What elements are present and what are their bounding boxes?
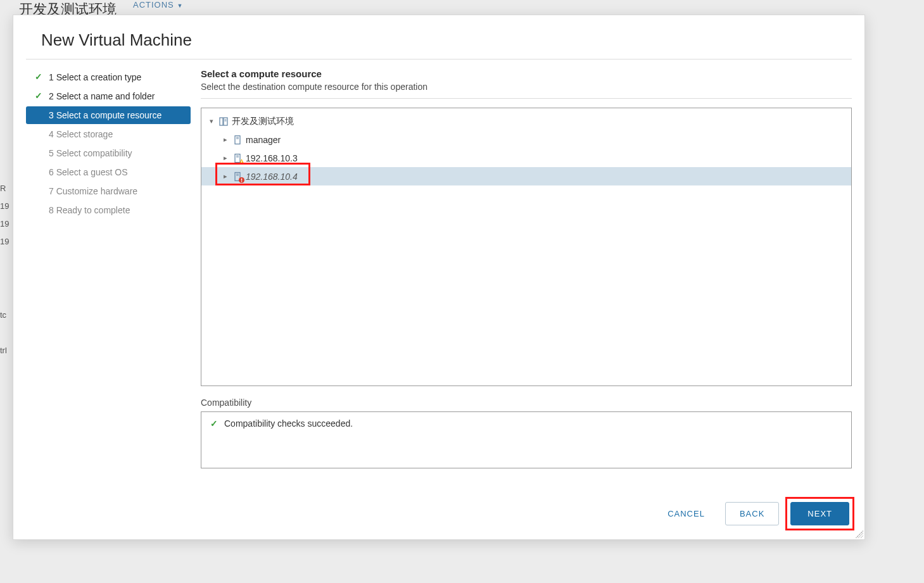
compute-resource-tree[interactable]: ▾ 开发及测试环境 ▸ manager ▸ (201, 108, 852, 386)
tree-item-label: 192.168.10.4 (246, 172, 298, 182)
svg-rect-4 (235, 135, 240, 144)
compatibility-result: ✓ Compatibility checks succeeded. (210, 418, 842, 429)
compatibility-message: Compatibility checks succeeded. (224, 418, 353, 429)
chevron-down-icon[interactable]: ▾ (206, 117, 217, 125)
step-4-storage: 4 Select storage (26, 125, 191, 143)
tree-item-label: 192.168.10.3 (246, 153, 298, 163)
wizard-steps-list: 1 Select a creation type 2 Select a name… (26, 60, 191, 491)
step-6-guest-os: 6 Select a guest OS (26, 163, 191, 181)
divider (201, 98, 852, 99)
svg-rect-18 (241, 181, 242, 182)
svg-rect-11 (241, 160, 242, 162)
compatibility-label: Compatibility (201, 398, 852, 408)
chevron-right-icon[interactable]: ▸ (220, 154, 231, 162)
tree-item-label: manager (246, 135, 281, 145)
back-button[interactable]: BACK (725, 502, 779, 525)
bg-actions-menu[interactable]: ACTIONS ▼ (133, 0, 183, 9)
content-subheading: Select the destination compute resource … (201, 82, 852, 92)
new-vm-wizard-dialog: New Virtual Machine 1 Select a creation … (13, 15, 865, 540)
tree-host-10-4[interactable]: ▸ 192.168.10.4 (201, 167, 851, 185)
host-icon (232, 134, 243, 146)
chevron-right-icon[interactable]: ▸ (220, 135, 231, 144)
chevron-right-icon[interactable]: ▸ (220, 172, 231, 180)
bg-side-strip: R 19 19 19 tc trl (0, 184, 11, 363)
step-8-ready: 8 Ready to complete (26, 201, 191, 219)
content-heading: Select a compute resource (201, 68, 852, 79)
datacenter-icon (218, 116, 229, 127)
svg-rect-17 (241, 178, 242, 180)
step-7-customize-hardware: 7 Customize hardware (26, 182, 191, 200)
step-5-compatibility: 5 Select compatibility (26, 144, 191, 162)
host-error-icon (232, 171, 243, 182)
dialog-title: New Virtual Machine (26, 15, 852, 60)
step-1-creation-type[interactable]: 1 Select a creation type (26, 68, 191, 86)
step-2-name-folder[interactable]: 2 Select a name and folder (26, 87, 191, 105)
tree-datacenter[interactable]: ▾ 开发及测试环境 (201, 112, 851, 130)
tree-host-10-3[interactable]: ▸ 192.168.10.3 (201, 149, 851, 167)
compatibility-box: ✓ Compatibility checks succeeded. (201, 411, 852, 468)
resize-grip[interactable] (856, 530, 863, 538)
host-warning-icon (232, 153, 243, 164)
cancel-button[interactable]: CANCEL (659, 503, 714, 525)
tree-datacenter-label: 开发及测试环境 (232, 116, 294, 127)
tree-host-manager[interactable]: ▸ manager (201, 130, 851, 149)
dialog-footer: CANCEL BACK NEXT (13, 491, 864, 539)
step-3-compute-resource[interactable]: 3 Select a compute resource (26, 106, 191, 124)
check-icon: ✓ (210, 418, 218, 429)
svg-rect-12 (241, 163, 242, 163)
svg-rect-0 (220, 118, 223, 125)
next-button[interactable]: NEXT (790, 502, 849, 525)
svg-rect-1 (224, 118, 227, 125)
